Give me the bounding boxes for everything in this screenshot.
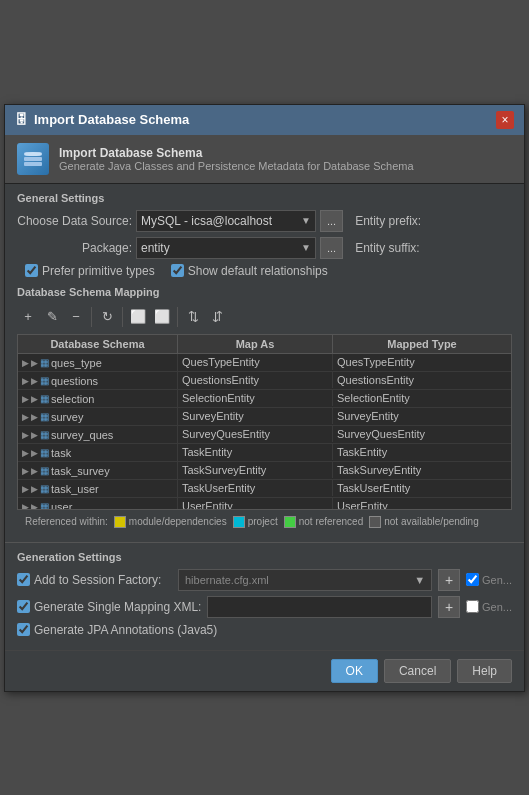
- row-expand-icon[interactable]: ▶: [22, 394, 29, 404]
- mapas-cell: SurveyEntity: [178, 408, 333, 424]
- title-bar-left: 🗄 Import Database Schema: [15, 112, 189, 127]
- legend-color-not-referenced: [284, 516, 296, 528]
- add-session-check-item[interactable]: Add to Session Factory:: [17, 573, 172, 587]
- datasource-dropdown[interactable]: MySQL - icsa@localhost ▼: [136, 210, 316, 232]
- help-button[interactable]: Help: [457, 659, 512, 683]
- move-down-btn[interactable]: ⇵: [206, 306, 228, 328]
- import-dialog: 🗄 Import Database Schema × Import Databa…: [4, 104, 525, 692]
- table-row[interactable]: ▶ ▶ ▦ user UserEntityUserEntity: [18, 498, 511, 509]
- gen-single-add-btn[interactable]: +: [438, 596, 460, 618]
- package-label: Package:: [17, 241, 132, 255]
- show-default-label: Show default relationships: [188, 264, 328, 278]
- table-row[interactable]: ▶ ▶ ▦ selection SelectionEntitySelection…: [18, 390, 511, 408]
- cancel-button[interactable]: Cancel: [384, 659, 451, 683]
- row-expand-icon[interactable]: ▶: [22, 376, 29, 386]
- mappedtype-cell: QuesTypeEntity: [333, 354, 511, 370]
- table-icon: ▦: [40, 375, 49, 386]
- generation-label: Generation Settings: [17, 551, 512, 563]
- gen-jpa-check-item[interactable]: Generate JPA Annotations (Java5): [17, 623, 217, 637]
- schema-cell: ▶ ▶ ▦ questions: [18, 372, 178, 389]
- table-icon: ▦: [40, 393, 49, 404]
- table-icon: ▦: [40, 411, 49, 422]
- mappedtype-cell: SurveyQuesEntity: [333, 426, 511, 442]
- checkboxes-row: Prefer primitive types Show default rela…: [17, 264, 512, 278]
- table-row[interactable]: ▶ ▶ ▦ ques_type QuesTypeEntityQuesTypeEn…: [18, 354, 511, 372]
- toolbar-sep-1: [91, 307, 92, 327]
- add-session-checkbox[interactable]: [17, 573, 30, 586]
- svg-rect-2: [24, 162, 42, 166]
- gen-check-box-1[interactable]: [466, 573, 479, 586]
- gen-single-label: Generate Single Mapping XML:: [34, 600, 201, 614]
- mappedtype-cell: SelectionEntity: [333, 390, 511, 406]
- mapas-cell: UserEntity: [178, 498, 333, 509]
- row-expand-icon[interactable]: ▶: [22, 412, 29, 422]
- gen-check-box-2[interactable]: [466, 600, 479, 613]
- generation-section: Generation Settings Add to Session Facto…: [5, 542, 524, 650]
- mapas-cell: TaskEntity: [178, 444, 333, 460]
- footer: OK Cancel Help: [5, 650, 524, 691]
- move-up-btn[interactable]: ⇅: [182, 306, 204, 328]
- mapping-toolbar: + ✎ − ↻ ⬜ ⬜ ⇅ ⇵: [17, 304, 512, 330]
- package-row: Package: entity ▼ ... Entity suffix:: [17, 237, 512, 259]
- datasource-browse-btn[interactable]: ...: [320, 210, 343, 232]
- row-expand-icon[interactable]: ▶: [22, 430, 29, 440]
- mappedtype-cell: TaskEntity: [333, 444, 511, 460]
- package-value: entity: [141, 241, 170, 255]
- svg-rect-1: [24, 157, 42, 161]
- gen-single-field[interactable]: [207, 596, 432, 618]
- table-row[interactable]: ▶ ▶ ▦ task_survey TaskSurveyEntityTaskSu…: [18, 462, 511, 480]
- add-btn[interactable]: +: [17, 306, 39, 328]
- entity-suffix-label: Entity suffix:: [355, 241, 419, 255]
- table-body[interactable]: ▶ ▶ ▦ ques_type QuesTypeEntityQuesTypeEn…: [18, 354, 511, 509]
- session-factory-dropdown[interactable]: hibernate.cfg.xml ▼: [178, 569, 432, 591]
- package-browse-btn[interactable]: ...: [320, 237, 343, 259]
- prefer-primitive-label: Prefer primitive types: [42, 264, 155, 278]
- table-row[interactable]: ▶ ▶ ▦ survey SurveyEntitySurveyEntity: [18, 408, 511, 426]
- header-section: Import Database Schema Generate Java Cla…: [5, 135, 524, 184]
- legend-color-pending: [369, 516, 381, 528]
- mapas-cell: TaskUserEntity: [178, 480, 333, 496]
- edit-btn[interactable]: ✎: [41, 306, 63, 328]
- table-row[interactable]: ▶ ▶ ▦ questions QuestionsEntityQuestions…: [18, 372, 511, 390]
- datasource-value: MySQL - icsa@localhost: [141, 214, 272, 228]
- row-expand-icon[interactable]: ▶: [22, 358, 29, 368]
- show-default-checkbox-item[interactable]: Show default relationships: [171, 264, 328, 278]
- table-header: Database Schema Map As Mapped Type: [18, 335, 511, 354]
- session-add-btn[interactable]: +: [438, 569, 460, 591]
- row-expand-icon[interactable]: ▶: [22, 466, 29, 476]
- legend-label-project: project: [248, 516, 278, 527]
- legend-color-project: [233, 516, 245, 528]
- remove-btn[interactable]: −: [65, 306, 87, 328]
- legend: Referenced within: module/dependencies p…: [17, 510, 512, 534]
- prefer-primitive-checkbox-item[interactable]: Prefer primitive types: [25, 264, 155, 278]
- mapping-table: Database Schema Map As Mapped Type ▶ ▶ ▦…: [17, 334, 512, 510]
- gen-jpa-checkbox[interactable]: [17, 623, 30, 636]
- close-button[interactable]: ×: [496, 111, 514, 129]
- general-settings-label: General Settings: [17, 192, 512, 204]
- gen-suffix-1: Gen...: [482, 574, 512, 586]
- toolbar-sep-2: [122, 307, 123, 327]
- show-default-checkbox[interactable]: [171, 264, 184, 277]
- header-title: Import Database Schema: [59, 146, 414, 160]
- prefer-primitive-checkbox[interactable]: [25, 264, 38, 277]
- gen-single-check-item[interactable]: Generate Single Mapping XML:: [17, 600, 201, 614]
- mapas-cell: QuesTypeEntity: [178, 354, 333, 370]
- package-dropdown[interactable]: entity ▼: [136, 237, 316, 259]
- row-expand-icon[interactable]: ▶: [22, 484, 29, 494]
- copy-up-btn[interactable]: ⬜: [127, 306, 149, 328]
- row-expand-icon[interactable]: ▶: [22, 502, 29, 509]
- refresh-btn[interactable]: ↻: [96, 306, 118, 328]
- copy-down-btn[interactable]: ⬜: [151, 306, 173, 328]
- table-row[interactable]: ▶ ▶ ▦ survey_ques SurveyQuesEntitySurvey…: [18, 426, 511, 444]
- ok-button[interactable]: OK: [331, 659, 378, 683]
- legend-item-module: module/dependencies: [114, 516, 227, 528]
- mappedtype-cell: SurveyEntity: [333, 408, 511, 424]
- gen-single-checkbox[interactable]: [17, 600, 30, 613]
- col-mapped: Mapped Type: [333, 335, 511, 353]
- svg-point-3: [24, 152, 42, 156]
- mappedtype-cell: TaskSurveyEntity: [333, 462, 511, 478]
- table-row[interactable]: ▶ ▶ ▦ task_user TaskUserEntityTaskUserEn…: [18, 480, 511, 498]
- row-expand-icon[interactable]: ▶: [22, 448, 29, 458]
- add-session-label: Add to Session Factory:: [34, 573, 161, 587]
- table-row[interactable]: ▶ ▶ ▦ task TaskEntityTaskEntity: [18, 444, 511, 462]
